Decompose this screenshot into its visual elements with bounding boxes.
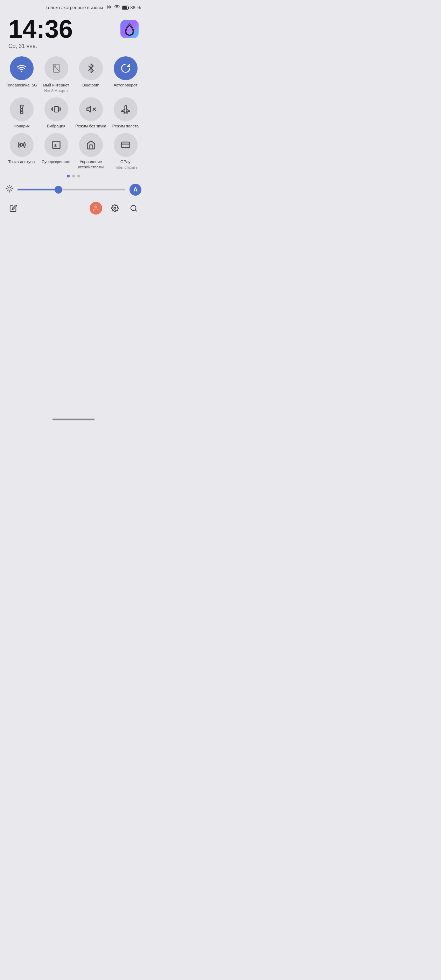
right-actions [89,202,140,215]
svg-rect-7 [54,107,59,112]
brightness-thumb[interactable] [54,186,62,194]
svg-point-14 [20,143,23,146]
tile-superscreenshot-label: Суперскриншот [41,159,71,164]
tile-autorotate-label: Автоповорот [114,83,137,88]
tile-flashlight-circle[interactable] [10,97,33,121]
clock-time: 14:36 [8,16,73,41]
search-button[interactable] [127,202,140,215]
svg-point-0 [117,9,117,9]
wifi-status-icon [114,4,120,11]
brightness-icon [6,185,13,194]
tile-bluetooth-label: Bluetooth [82,83,99,88]
tile-devicecontrol-circle[interactable] [79,133,103,157]
page-dots [0,175,147,177]
tile-hotspot-label: Точка доступа [8,159,35,164]
svg-rect-2 [123,6,127,9]
svg-line-31 [135,210,137,211]
tile-sim-sublabel: Нет SIM-карты [44,89,68,93]
brightness-avatar[interactable]: A [129,184,142,196]
tile-devicecontrol[interactable]: Управление устройствами [75,133,107,170]
tile-flashlight[interactable]: Фонарик [6,97,37,129]
home-indicator[interactable] [53,418,94,420]
page-dot-3[interactable] [77,175,80,177]
tile-devicecontrol-label: Управление устройствами [75,159,107,170]
tile-sim-label: мый интернет [43,83,69,88]
tile-silent[interactable]: Режим без звука [75,97,107,129]
svg-line-26 [7,191,7,191]
tile-airplane-label: Режим полета [112,124,139,129]
battery-icon: 88 % [122,5,141,10]
date-text: Ср, 31 янв. [8,43,37,49]
page-dot-1[interactable] [67,175,70,177]
svg-line-5 [53,65,59,72]
tile-superscreenshot-circle[interactable]: $ [45,133,68,157]
svg-point-28 [95,206,97,208]
tile-superscreenshot[interactable]: $ Суперскриншот [40,133,72,170]
svg-rect-17 [121,142,129,148]
tile-hotspot-circle[interactable] [10,133,33,157]
tile-autorotate[interactable]: Автоповорот [110,56,142,93]
tile-gpay-sublabel: чтобы открыть [114,165,137,170]
bottom-actions [0,202,147,215]
tile-bluetooth[interactable]: Bluetooth [75,56,107,93]
status-text: Только экстренные вызовы [46,5,103,10]
tile-sim[interactable]: мый интернет Нет SIM-карты [40,56,72,93]
tile-airplane-circle[interactable] [114,97,137,121]
settings-button[interactable] [108,202,121,215]
tile-autorotate-circle[interactable] [114,56,137,80]
tile-flashlight-label: Фонарик [14,124,30,129]
svg-point-29 [114,207,116,209]
brightness-row: A [0,184,147,196]
date-row: Ср, 31 янв. [0,41,147,56]
tile-vibration-circle[interactable] [45,97,68,121]
tile-silent-label: Режим без звука [75,124,106,129]
tile-vibration-label: Вибрация [47,124,65,129]
notification-area [0,221,147,425]
quick-tiles: Tendamishka_5G мый интернет Нет SIM-карт… [0,56,147,170]
svg-text:$: $ [54,143,57,148]
brightness-track[interactable] [18,189,125,190]
brightness-fill [18,189,59,190]
page-dot-2[interactable] [72,175,75,177]
tile-airplane[interactable]: Режим полета [110,97,142,129]
tile-sim-circle[interactable] [45,56,68,80]
battery-text: 88 % [130,5,141,10]
nfc-icon [107,4,112,11]
tile-hotspot[interactable]: Точка доступа [6,133,37,170]
tile-bluetooth-circle[interactable] [79,56,103,80]
tile-vibration[interactable]: Вибрация [40,97,72,129]
tile-gpay-circle[interactable] [114,133,137,157]
tile-wifi-label: Tendamishka_5G [6,83,37,88]
svg-line-27 [11,186,12,186]
tile-gpay[interactable]: GPay чтобы открыть [110,133,142,170]
app-icon-gem[interactable] [120,20,139,38]
clock-row: 14:36 [0,13,147,41]
tile-silent-circle[interactable] [79,97,103,121]
tile-wifi[interactable]: Tendamishka_5G [6,56,37,93]
svg-point-3 [21,71,22,72]
status-bar: Только экстренные вызовы 88 % [0,0,147,13]
tile-wifi-circle[interactable] [10,56,33,80]
svg-line-22 [7,186,7,186]
svg-line-23 [11,191,12,191]
edit-button[interactable] [7,202,20,215]
tile-gpay-label: GPay [120,159,131,164]
svg-point-19 [8,187,11,190]
user-button[interactable] [89,202,102,215]
